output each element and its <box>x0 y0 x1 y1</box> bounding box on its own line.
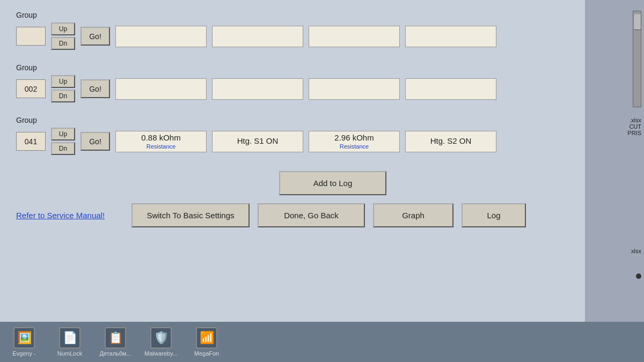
sidebar-file2: CUT <box>627 123 641 130</box>
up-button-3[interactable]: Up <box>51 128 75 141</box>
data-field-3-2: Htg. S1 ON <box>212 131 303 152</box>
sidebar-file3: PRIS <box>627 130 641 136</box>
data-field-3-1: 0.88 kOhm Resistance <box>115 131 207 152</box>
data-field-2-1 <box>115 78 207 100</box>
taskbar: 🖼️ Evgeny - 📄 NumLock 📋 Детальбм... 🛡️ M… <box>0 322 644 362</box>
group-row-3: 041 Up Dn Go! 0.88 kOhm Resistance Htg. … <box>16 128 569 155</box>
dn-button-3[interactable]: Dn <box>51 142 75 155</box>
data-field-2-2 <box>212 78 303 100</box>
sidebar-file1: .xlsx <box>627 117 641 123</box>
taskbar-label-megafon: MegaFon <box>194 350 219 357</box>
updn-group-1: Up Dn <box>51 23 75 50</box>
taskbar-label-numlock: NumLock <box>57 350 82 357</box>
group-row-1: Up Dn Go! <box>16 23 569 50</box>
group-row-2: 002 Up Dn Go! <box>16 75 569 102</box>
group-section-3: Group 041 Up Dn Go! 0.88 kOhm Resistance… <box>16 116 569 155</box>
taskbar-item-malware[interactable]: 🛡️ Malwareby... <box>142 327 180 357</box>
go-button-1[interactable]: Go! <box>80 27 110 46</box>
done-go-back-button[interactable]: Done, Go Back <box>258 203 365 227</box>
taskbar-icon-megafon: 📶 <box>196 327 217 349</box>
field-label-3-3: Resistance <box>340 143 369 150</box>
taskbar-item-megafon[interactable]: 📶 MegaFon <box>188 327 225 357</box>
taskbar-item-numlock[interactable]: 📄 NumLock <box>51 327 89 357</box>
taskbar-label-evgeny: Evgeny - <box>12 350 35 357</box>
group-label-2: Group <box>16 63 569 72</box>
group-label-3: Group <box>16 116 569 124</box>
right-sidebar: .xlsx CUT PRIS xlsx <box>585 0 644 322</box>
go-button-2[interactable]: Go! <box>80 79 110 98</box>
main-panel: Group Up Dn Go! Group 002 <box>0 0 585 322</box>
data-field-1-3 <box>309 26 400 47</box>
dn-button-1[interactable]: Dn <box>51 37 75 50</box>
up-button-2[interactable]: Up <box>51 75 75 88</box>
refer-to-manual-link[interactable]: Refer to Service Manual! <box>16 211 123 220</box>
data-field-1-1 <box>115 26 207 47</box>
data-field-1-4 <box>405 26 496 47</box>
sidebar-file4: xlsx <box>631 248 641 254</box>
group-section-2: Group 002 Up Dn Go! <box>16 63 569 102</box>
taskbar-icon-detalbm: 📋 <box>105 327 126 349</box>
taskbar-label-malware: Malwareby... <box>144 350 178 357</box>
updn-group-3: Up Dn <box>51 128 75 155</box>
field-value-3-1: 0.88 kOhm <box>141 133 180 142</box>
add-to-log-button[interactable]: Add to Log <box>279 171 386 195</box>
graph-button[interactable]: Graph <box>373 203 453 227</box>
field-value-3-2: Htg. S1 ON <box>237 136 279 145</box>
group-section-1: Group Up Dn Go! <box>16 11 569 50</box>
dn-button-2[interactable]: Dn <box>51 90 75 102</box>
taskbar-icon-evgeny: 🖼️ <box>13 327 35 349</box>
group-number-3: 041 <box>16 132 46 151</box>
data-field-2-4 <box>405 78 496 100</box>
data-field-1-2 <box>212 26 303 47</box>
taskbar-icon-malware: 🛡️ <box>150 327 172 349</box>
field-value-3-3: 2.96 kOhm <box>334 133 374 142</box>
field-label-3-1: Resistance <box>147 143 175 150</box>
log-button[interactable]: Log <box>462 203 526 227</box>
taskbar-item-detalbm[interactable]: 📋 Детальбм... <box>97 327 134 357</box>
switch-to-basic-button[interactable]: Switch To Basic Settings <box>131 203 250 227</box>
data-field-3-4: Htg. S2 ON <box>405 131 496 152</box>
up-button-1[interactable]: Up <box>51 23 75 35</box>
group-number-2: 002 <box>16 79 46 98</box>
updn-group-2: Up Dn <box>51 75 75 102</box>
go-button-3[interactable]: Go! <box>80 132 110 151</box>
data-field-2-3 <box>309 78 400 100</box>
taskbar-label-detalbm: Детальбм... <box>99 350 131 357</box>
sidebar-dot <box>636 274 641 279</box>
data-field-3-3: 2.96 kOhm Resistance <box>309 131 400 152</box>
group-label-1: Group <box>16 11 569 19</box>
group-number-1 <box>16 27 46 46</box>
taskbar-item-evgeny[interactable]: 🖼️ Evgeny - <box>5 327 43 357</box>
taskbar-icon-numlock: 📄 <box>59 327 80 349</box>
field-value-3-4: Htg. S2 ON <box>430 136 472 145</box>
